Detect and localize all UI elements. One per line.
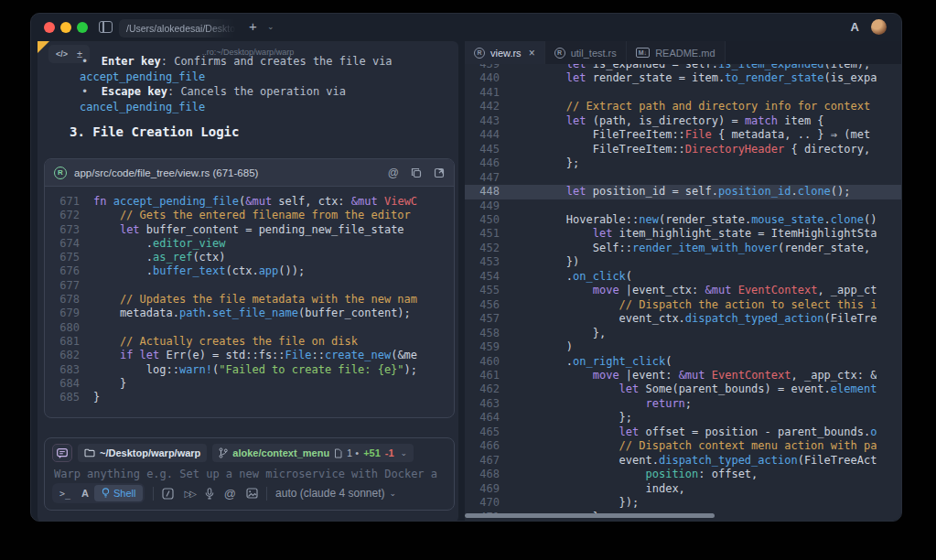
code-line: 461 move |event: &mut EventContext, _app… (465, 369, 902, 382)
line-number: 464 (465, 411, 500, 425)
open-external-icon[interactable] (434, 167, 445, 178)
avatar[interactable] (871, 19, 887, 35)
code-line: 451 let item_highlight_state = ItemHighl… (465, 227, 902, 241)
attach-image-icon[interactable] (246, 488, 258, 499)
cwd-badge[interactable]: ~/Desktop/warp/warp (78, 444, 207, 462)
code-line: 467 event.dispatch_typed_action(FileTree… (465, 454, 902, 468)
line-number: 680 (45, 321, 80, 335)
terminal-pane: </> ± ..ro:~/Desktop/warp/warp • Enter k… (38, 41, 458, 522)
code-line: 460 .on_right_click( (465, 355, 902, 369)
tab-list-chevron-icon[interactable]: ⌄ (267, 22, 274, 31)
close-icon[interactable]: × (529, 47, 535, 59)
mention-icon[interactable]: @ (224, 487, 236, 501)
minimize-window-button[interactable] (60, 22, 71, 33)
fast-forward-icon[interactable]: ▷▷ (184, 489, 194, 499)
editor-code-area[interactable]: 439 let is_expanded = self.is_item_expan… (465, 64, 902, 515)
new-tab-button[interactable]: + (249, 18, 257, 34)
line-number: 441 (465, 86, 500, 100)
line-number: 671 (45, 195, 80, 209)
code-line: 682 if let Err(e) = std::fs::File::creat… (45, 349, 454, 362)
microphone-icon[interactable] (205, 488, 214, 500)
code-snippet-body: 671fn accept_pending_file(&mut self, ctx… (45, 187, 454, 404)
line-number: 470 (465, 496, 500, 510)
warp-window: /Users/alokedesai/Desktop/warp/ + ⌄ A </… (30, 13, 902, 522)
code-line: 683 log::warn!("Failed to create file: {… (45, 363, 454, 377)
code-line: 680 (45, 321, 454, 335)
editor-tab-bar: Rview.rs×Rutil_test.rsM↓README.md (465, 41, 902, 64)
terminal-tab[interactable]: /Users/alokedesai/Desktop/warp/ (119, 19, 240, 38)
line-number: 448 (465, 185, 500, 199)
horizontal-scrollbar[interactable] (465, 513, 715, 518)
line-number: 459 (465, 340, 500, 354)
line-number: 453 (465, 255, 500, 269)
line-number: 444 (465, 128, 500, 142)
slash-command-icon[interactable] (162, 488, 174, 500)
line-number: 678 (45, 293, 80, 307)
markdown-bullet: • Enter key: Confirms and creates the fi… (38, 54, 458, 70)
code-line: 469 index, (465, 482, 902, 496)
code-line: 444 FileTreeItem::File { metadata, .. } … (465, 128, 902, 142)
line-number: 674 (45, 237, 80, 251)
agent-chat-icon[interactable] (52, 444, 72, 462)
line-number: 455 (465, 284, 500, 297)
line-number: 672 (45, 209, 80, 222)
code-line: 470 }); (465, 496, 902, 510)
code-line: 457 event_ctx.dispatch_typed_action(File… (465, 312, 902, 326)
line-number: 449 (465, 199, 500, 213)
code-line: 462 let Some(parent_bounds) = event.elem… (465, 382, 902, 396)
lightbulb-icon (102, 488, 110, 499)
line-number: 447 (465, 171, 500, 185)
rust-file-icon: R (54, 167, 67, 179)
line-number: 461 (465, 369, 500, 382)
copy-icon[interactable] (411, 167, 422, 178)
code-line: 465 let offset = position - parent_bound… (465, 425, 902, 439)
code-line: 448 let position_id = self.position_id.c… (465, 185, 902, 199)
line-number: 439 (465, 64, 500, 71)
rust-file-icon: R (554, 48, 565, 59)
folder-icon (84, 448, 95, 458)
code-line: 459 ) (465, 340, 902, 354)
line-number: 685 (45, 391, 80, 404)
code-snippet-block: R app/src/code/file_tree/view.rs (671-68… (44, 158, 455, 418)
code-line: 684 } (45, 377, 454, 391)
markdown-code-ref: accept_pending_file (38, 70, 458, 85)
chevron-down-icon[interactable]: ⌄ (401, 448, 408, 458)
editor-tab-README.md[interactable]: M↓README.md (627, 41, 726, 64)
line-number: 451 (465, 227, 500, 241)
code-line: 675 .as_ref(ctx) (45, 251, 454, 264)
command-input[interactable]: ~/Desktop/warp/warp aloke/context_menu 1… (44, 437, 455, 511)
code-line: 464 }; (465, 411, 902, 425)
input-placeholder: Warp anything e.g. Set up a new microser… (54, 468, 450, 480)
line-number: 677 (45, 279, 80, 293)
mode-segmented-control[interactable]: >_ A Shell (52, 483, 145, 503)
code-line: 672 // Gets the entered filename from th… (45, 209, 454, 222)
model-selector[interactable]: auto (claude 4 sonnet) ⌄ (275, 487, 396, 500)
close-window-button[interactable] (44, 22, 55, 33)
ai-markdown-output: • Enter key: Confirms and creates the fi… (38, 54, 458, 153)
code-line: 468 position: offset, (465, 468, 902, 481)
line-number: 462 (465, 382, 500, 396)
prompt-mode-icon[interactable]: >_ (54, 488, 76, 500)
code-line: 676 .buffer_text(ctx.app()); (45, 264, 454, 278)
line-number: 452 (465, 242, 500, 255)
zoom-window-button[interactable] (77, 22, 88, 33)
attach-context-icon[interactable]: @ (388, 167, 399, 179)
code-line: 439 let is_expanded = self.is_item_expan… (465, 64, 902, 71)
code-line: 443 let (path, is_directory) = match ite… (465, 114, 902, 128)
warp-logo-icon: A (851, 20, 859, 34)
shell-mode-selected[interactable]: Shell (94, 485, 143, 501)
line-number: 679 (45, 307, 80, 320)
git-status-badge[interactable]: aloke/context_menu 1 • +51 -1 ⌄ (212, 444, 414, 462)
code-line: 446 }; (465, 156, 902, 170)
code-line: 673 let buffer_content = pending_new_fil… (45, 223, 454, 237)
agent-mode-icon[interactable]: A (76, 487, 94, 500)
tab-label: view.rs (490, 48, 522, 59)
editor-tab-view.rs[interactable]: Rview.rs× (465, 41, 545, 64)
code-line: 449 (465, 199, 902, 213)
editor-pane: Rview.rs×Rutil_test.rsM↓README.md 439 le… (465, 41, 902, 522)
sidebar-toggle-icon[interactable] (99, 21, 113, 33)
code-line: 677 (45, 279, 454, 293)
line-number: 460 (465, 355, 500, 369)
editor-tab-util_test.rs[interactable]: Rutil_test.rs (545, 41, 627, 64)
line-number: 463 (465, 397, 500, 411)
